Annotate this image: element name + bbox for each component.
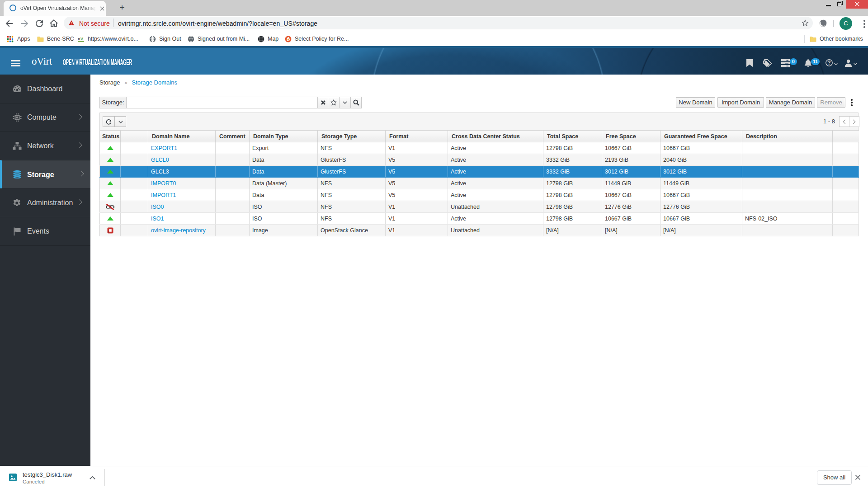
svg-text:V: V xyxy=(80,37,83,41)
svg-text:?: ? xyxy=(827,60,830,66)
